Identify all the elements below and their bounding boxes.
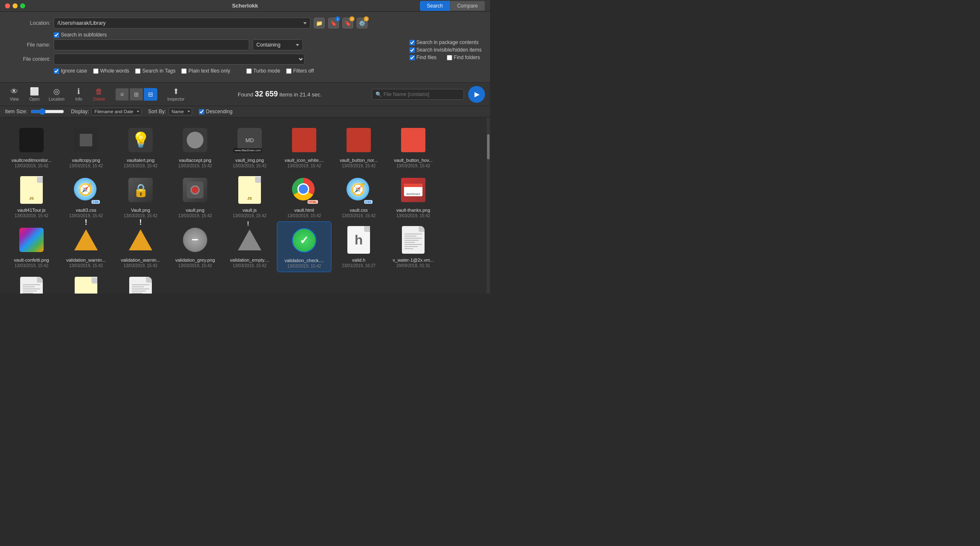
file-name: validation_empty....	[230, 257, 269, 263]
find-folders-checkbox[interactable]	[447, 55, 452, 60]
list-item[interactable]: vaultaccept.png 13/03/2019, 15:42	[168, 122, 222, 172]
list-item[interactable]: − validation_grey.png 13/03/2019, 15:42	[168, 221, 222, 272]
list-item[interactable]: vaultcreditmonitor... 13/03/2019, 15:42	[4, 122, 59, 172]
list-item[interactable]: v_water-1.vmap4 29/09/2018, 01:31	[4, 272, 59, 294]
file-icon	[398, 225, 428, 255]
file-name: vault_button_hov...	[394, 158, 433, 163]
file-icon: !	[71, 225, 101, 255]
list-item[interactable]: ✓ validation_check.... 13/03/2019, 15:42	[277, 221, 331, 272]
bookmark2-button[interactable]: 🔖 2	[342, 18, 353, 29]
list-item[interactable]: 💡 vaultalert.png 13/03/2019, 15:42	[113, 122, 168, 172]
subfolders-checkbox[interactable]	[54, 32, 59, 38]
detail-view-btn[interactable]: ⊞	[130, 88, 143, 101]
file-name: vault.js	[242, 208, 257, 213]
view-mode-group[interactable]: ≡ ⊞ ⊟	[115, 88, 157, 101]
folder-open-button[interactable]: 📁	[314, 18, 325, 29]
search-panel: Location: /Users/naarak/Library 📁 🔖 1 🔖 …	[0, 12, 490, 83]
maximize-button[interactable]	[20, 3, 25, 8]
list-item[interactable]: JS vault41Tour.js 13/03/2019, 15:42	[4, 172, 59, 221]
play-button[interactable]	[468, 86, 485, 103]
filecontent-input[interactable]	[54, 54, 305, 65]
open-button[interactable]: ⬜ Open	[25, 85, 44, 103]
list-item[interactable]: vault_icon_white.... 13/03/2019, 15:42	[277, 122, 331, 172]
file-date: 13/03/2019, 15:42	[233, 213, 267, 218]
delete-button[interactable]: 🗑 Delete	[90, 86, 109, 103]
found-text: Found 32 659 items in 21.4 sec.	[188, 90, 372, 99]
list-item[interactable]: vault_button_nor... 13/03/2019, 15:42	[331, 122, 386, 172]
list-item[interactable]: dashboard vault-thanks.png 13/03/2019, 1…	[386, 172, 440, 221]
filters-off-checkbox[interactable]	[286, 68, 292, 74]
file-date: 13/03/2019, 15:42	[15, 213, 49, 218]
list-item[interactable]: vaultcopy.png 13/03/2019, 15:42	[59, 122, 113, 172]
location-button[interactable]: ◎ Location	[45, 85, 68, 103]
filename-input[interactable]	[54, 39, 249, 50]
list-item[interactable]: vault.png 13/03/2019, 15:42	[168, 172, 222, 221]
file-name: validation_check....	[284, 258, 324, 263]
descending-checkbox[interactable]	[199, 109, 204, 114]
minimize-button[interactable]	[13, 3, 18, 8]
close-button[interactable]	[5, 3, 10, 8]
item-size-slider[interactable]	[31, 108, 64, 115]
plain-text-opt: Plain text files only	[181, 68, 230, 74]
file-icon: !	[125, 225, 156, 255]
list-item[interactable]: v_water-1@2x.vm... 29/09/2018, 01:31	[386, 221, 440, 272]
list-item[interactable]: ! validation_warnin... 13/03/2019, 15:42	[59, 221, 113, 272]
bookmark1-button[interactable]: 🔖 1	[328, 18, 339, 29]
list-item[interactable]: JS utils_cs.js 29/09/2018, 01:31	[59, 272, 113, 294]
list-view-btn[interactable]: ≡	[115, 88, 129, 101]
search-package-checkbox[interactable]	[409, 40, 415, 45]
list-item[interactable]: ! validation_empty.... 13/03/2019, 15:42	[222, 221, 277, 272]
location-row: Location: /Users/naarak/Library 📁 🔖 1 🔖 …	[8, 18, 482, 29]
tab-group[interactable]: Search Compare	[420, 1, 485, 11]
turbo-mode-checkbox[interactable]	[246, 68, 252, 74]
file-icon	[180, 175, 210, 205]
file-name: vault.css	[350, 208, 368, 213]
list-item[interactable]: CSS vault3.css 13/03/2019, 15:42	[59, 172, 113, 221]
subfolder-row: Search in subfolders	[54, 32, 482, 38]
icons-view-btn[interactable]: ⊟	[144, 88, 157, 101]
list-item[interactable]: vault_button_hov... 13/03/2019, 15:42	[386, 122, 440, 172]
info-button[interactable]: ℹ Info	[70, 85, 88, 103]
list-item[interactable]: 🔒 Vault.png 13/03/2019, 15:42	[113, 172, 168, 221]
settings-badge: 2	[364, 16, 369, 21]
file-date: 13/03/2019, 15:42	[124, 164, 158, 168]
file-name: vault3.css	[76, 208, 96, 213]
inspector-button[interactable]: ⬆ Inspector	[164, 85, 188, 103]
tab-compare[interactable]: Compare	[450, 1, 485, 11]
window-controls[interactable]	[5, 3, 25, 8]
filecontent-label: File content:	[8, 56, 50, 62]
list-item[interactable]: UserPresets.json 14/02/2019, 18:47	[113, 272, 168, 294]
display-group: Display: Filename and Date	[71, 108, 141, 115]
containing-select[interactable]: Containing Beginning Ending Exact	[253, 39, 303, 50]
filename-label: File name:	[8, 42, 50, 48]
search-invisible-checkbox[interactable]	[409, 47, 415, 53]
file-date: 13/03/2019, 15:42	[287, 264, 321, 268]
list-item[interactable]: vault-confetti.png 13/03/2019, 15:42	[4, 221, 59, 272]
scrollbar[interactable]	[487, 117, 490, 294]
tab-search[interactable]: Search	[420, 1, 450, 11]
settings-button[interactable]: ⚙️ 2	[357, 18, 368, 29]
descending-label: Descending	[206, 109, 232, 114]
list-item[interactable]: www.MacDown.com MD vault_img.png 13/03/2…	[222, 122, 277, 172]
plain-text-checkbox[interactable]	[181, 68, 187, 74]
list-item[interactable]: CSS vault.css 13/03/2019, 15:42	[331, 172, 386, 221]
list-item[interactable]: h valid.h 23/01/2019, 16:27	[331, 221, 386, 272]
location-input[interactable]: /Users/naarak/Library	[54, 18, 310, 29]
find-files-checkbox[interactable]	[409, 55, 415, 60]
file-icon	[16, 125, 47, 155]
view-button[interactable]: 👁 View	[5, 86, 23, 103]
file-date: 13/03/2019, 15:42	[233, 263, 267, 268]
list-item[interactable]: ! validation_warnin... 13/03/2019, 15:42	[113, 221, 168, 272]
whole-words-checkbox[interactable]	[93, 68, 99, 74]
eye-icon: 👁	[10, 87, 18, 96]
scrollbar-thumb[interactable]	[487, 134, 490, 159]
list-item[interactable]: HTML vault.html 13/03/2019, 15:42	[277, 172, 331, 221]
search-package-row: Search in package contents	[409, 39, 482, 45]
list-item[interactable]: JS vault.js 13/03/2019, 15:42	[222, 172, 277, 221]
ignore-case-checkbox[interactable]	[54, 68, 59, 74]
file-icon	[71, 125, 101, 155]
file-search-input[interactable]	[383, 91, 451, 97]
display-select[interactable]: Filename and Date	[91, 108, 141, 115]
sort-select[interactable]: Name	[169, 108, 192, 115]
search-tags-checkbox[interactable]	[135, 68, 141, 74]
